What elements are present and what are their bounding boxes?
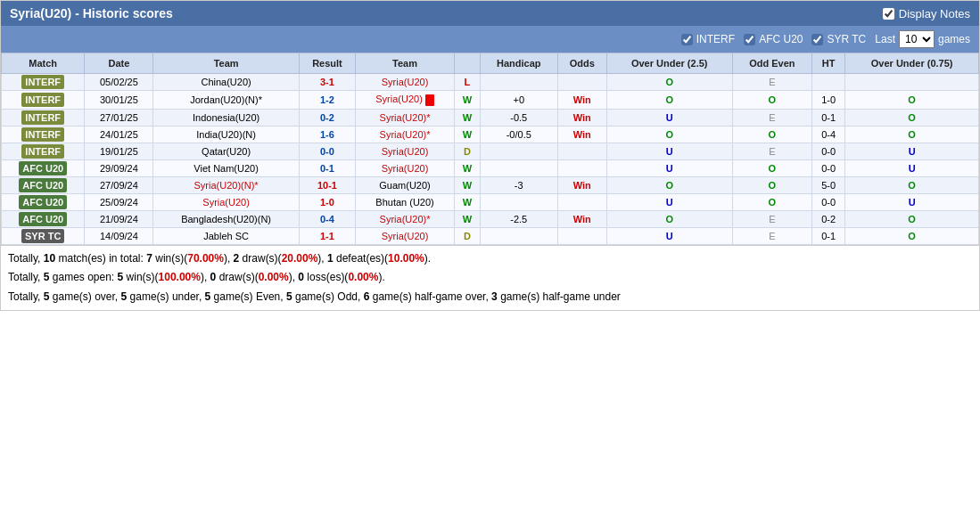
filter-syrtc[interactable]: SYR TC xyxy=(811,33,866,45)
ou25-cell: O xyxy=(606,176,732,193)
wdl-cell: W xyxy=(454,193,480,210)
team2-cell[interactable]: Bhutan (U20) xyxy=(356,193,455,210)
col-ou075: Over Under (0.75) xyxy=(845,53,979,74)
summary-section: Totally, 10 match(es) in total: 7 win(s)… xyxy=(1,245,979,311)
ht-cell: 0-0 xyxy=(812,143,845,159)
table-row: INTERF30/01/25Jordan(U20)(N)*1-2Syria(U2… xyxy=(2,91,979,110)
col-handicap: Handicap xyxy=(480,53,557,74)
odds-cell xyxy=(557,227,606,244)
team1-cell[interactable]: Qatar(U20) xyxy=(153,143,299,159)
odd-even-cell: O xyxy=(732,91,812,110)
table-row: INTERF24/01/25India(U20)(N)1-6Syria(U20)… xyxy=(2,126,979,143)
ht-cell: 1-0 xyxy=(812,91,845,110)
odd-even-cell: O xyxy=(732,126,812,143)
col-team2: Team xyxy=(356,53,455,74)
team1-cell[interactable]: Syria(U20) xyxy=(153,193,299,210)
ht-cell: 0-1 xyxy=(812,227,845,244)
col-wdl xyxy=(454,53,480,74)
col-oddeven: Odd Even xyxy=(732,53,812,74)
date-cell: 24/01/25 xyxy=(85,126,153,143)
wdl-cell: D xyxy=(454,143,480,159)
result-cell: 0-0 xyxy=(299,143,355,159)
interf-label: INTERF xyxy=(696,33,735,45)
last-games-filter: Last 10 5 20 games xyxy=(875,30,970,48)
ou075-cell: O xyxy=(845,91,979,110)
match-type-cell: INTERF xyxy=(2,91,85,110)
match-type-cell: AFC U20 xyxy=(2,176,85,193)
page-title: Syria(U20) - Historic scores xyxy=(10,6,173,20)
handicap-cell: +0 xyxy=(480,91,557,110)
syrtc-label: SYR TC xyxy=(827,33,866,45)
ou075-cell: O xyxy=(845,210,979,227)
result-cell: 0-1 xyxy=(299,159,355,176)
ou25-cell: U xyxy=(606,109,732,126)
team1-cell[interactable]: Indonesia(U20) xyxy=(153,109,299,126)
display-notes-label: Display Notes xyxy=(899,7,970,20)
team2-cell[interactable]: Syria(U20) xyxy=(356,227,455,244)
match-type-cell: AFC U20 xyxy=(2,193,85,210)
team1-cell[interactable]: Syria(U20)(N)* xyxy=(153,176,299,193)
team1-cell[interactable]: Jableh SC xyxy=(153,227,299,244)
ou25-cell: O xyxy=(606,210,732,227)
last-label: Last xyxy=(875,33,895,45)
table-row: SYR TC14/09/24Jableh SC1-1Syria(U20)DUE0… xyxy=(2,227,979,244)
team2-cell[interactable]: Syria(U20) xyxy=(356,74,455,91)
interf-checkbox[interactable] xyxy=(681,34,693,45)
syrtc-checkbox[interactable] xyxy=(811,34,823,45)
filter-interf[interactable]: INTERF xyxy=(681,33,735,45)
ht-cell: 5-0 xyxy=(812,176,845,193)
ou075-cell: U xyxy=(845,159,979,176)
odds-cell xyxy=(557,143,606,159)
team2-cell[interactable]: Syria(U20)* xyxy=(356,126,455,143)
afcu20-checkbox[interactable] xyxy=(744,34,755,45)
table-row: AFC U2029/09/24Viet Nam(U20)0-1Syria(U20… xyxy=(2,159,979,176)
result-cell: 10-1 xyxy=(299,176,355,193)
ou075-cell xyxy=(845,74,979,91)
ou075-cell: O xyxy=(845,176,979,193)
team1-cell[interactable]: Bangladesh(U20)(N) xyxy=(153,210,299,227)
odds-cell: Win xyxy=(557,91,606,110)
afcu20-label: AFC U20 xyxy=(759,33,803,45)
ou25-cell: U xyxy=(606,159,732,176)
handicap-cell: -3 xyxy=(480,176,557,193)
wdl-cell: W xyxy=(454,126,480,143)
col-date: Date xyxy=(85,53,153,74)
filter-afcu20[interactable]: AFC U20 xyxy=(744,33,803,45)
team2-cell[interactable]: Syria(U20) xyxy=(356,143,455,159)
team1-cell[interactable]: China(U20) xyxy=(153,74,299,91)
odds-cell xyxy=(557,193,606,210)
date-cell: 30/01/25 xyxy=(85,91,153,110)
date-cell: 14/09/24 xyxy=(85,227,153,244)
results-table: Match Date Team Result Team Handicap Odd… xyxy=(1,53,979,245)
wdl-cell: W xyxy=(454,109,480,126)
display-notes-toggle[interactable]: Display Notes xyxy=(883,7,970,20)
match-type-cell: AFC U20 xyxy=(2,210,85,227)
match-type-cell: INTERF xyxy=(2,143,85,159)
match-type-cell: SYR TC xyxy=(2,227,85,244)
date-cell: 05/02/25 xyxy=(85,74,153,91)
team2-cell[interactable]: Syria(U20)* xyxy=(356,109,455,126)
match-type-cell: AFC U20 xyxy=(2,159,85,176)
team2-cell[interactable]: Syria(U20)* xyxy=(356,210,455,227)
games-select[interactable]: 10 5 20 xyxy=(899,30,935,48)
team1-cell[interactable]: Viet Nam(U20) xyxy=(153,159,299,176)
red-card-icon xyxy=(425,94,434,106)
team2-cell[interactable]: Guam(U20) xyxy=(356,176,455,193)
date-cell: 27/01/25 xyxy=(85,109,153,126)
table-row: AFC U2027/09/24Syria(U20)(N)*10-1Guam(U2… xyxy=(2,176,979,193)
ht-cell: 0-4 xyxy=(812,126,845,143)
handicap-cell: -0.5 xyxy=(480,109,557,126)
col-match: Match xyxy=(2,53,85,74)
date-cell: 27/09/24 xyxy=(85,176,153,193)
team1-cell[interactable]: India(U20)(N) xyxy=(153,126,299,143)
wdl-cell: L xyxy=(454,74,480,91)
ou075-cell: U xyxy=(845,143,979,159)
team1-cell[interactable]: Jordan(U20)(N)* xyxy=(153,91,299,110)
table-row: INTERF27/01/25Indonesia(U20)0-2Syria(U20… xyxy=(2,109,979,126)
result-cell: 0-4 xyxy=(299,210,355,227)
team2-cell[interactable]: Syria(U20) xyxy=(356,91,455,110)
odd-even-cell: E xyxy=(732,227,812,244)
display-notes-checkbox[interactable] xyxy=(883,8,894,20)
handicap-cell xyxy=(480,74,557,91)
team2-cell[interactable]: Syria(U20) xyxy=(356,159,455,176)
